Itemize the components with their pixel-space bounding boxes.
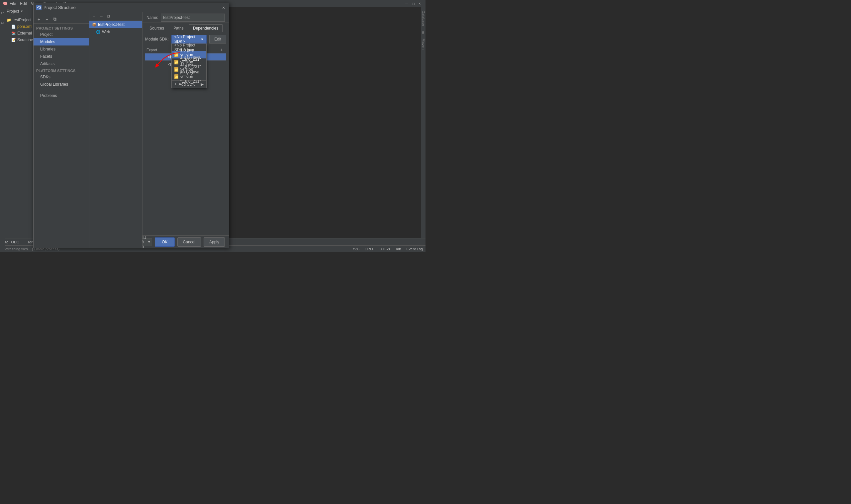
sidebar-vertical-label: 1- bbox=[1, 12, 4, 15]
tabs-row: Sources Paths Dependencies bbox=[142, 23, 229, 32]
module-icon: 📦 bbox=[92, 22, 97, 27]
nav-copy-button[interactable]: ⧉ bbox=[52, 16, 58, 22]
status-time: 7:36 bbox=[352, 247, 359, 251]
nav-artifacts[interactable]: Artifacts bbox=[34, 60, 89, 67]
deps-add-button[interactable]: + bbox=[218, 47, 225, 53]
dialog-title-bar: PS Project Structure × bbox=[34, 3, 229, 12]
library-icon: 📚 bbox=[11, 31, 16, 36]
sdk-folder-icon: 📁 bbox=[174, 52, 178, 57]
dialog-close-button[interactable]: × bbox=[221, 5, 226, 10]
dependencies-tab-content: Module SDK: <No Project SDK> ▼ <No Proje… bbox=[142, 32, 229, 235]
right-strip: Database m Maven bbox=[421, 7, 425, 238]
sdk-dropdown-menu: <No Project SDK> 📁 1.8 java version "1.8… bbox=[172, 43, 207, 88]
file-icon: 📄 bbox=[11, 24, 16, 29]
name-label: Name: bbox=[146, 15, 158, 20]
project-label: Project bbox=[7, 9, 19, 14]
tab-paths[interactable]: Paths bbox=[169, 24, 188, 32]
event-log[interactable]: Event Log bbox=[406, 247, 423, 251]
module-list-body: 📦 testProject-test 🌐 Web bbox=[89, 21, 142, 248]
nav-add-button[interactable]: + bbox=[36, 16, 42, 22]
file-menu[interactable]: File bbox=[7, 1, 18, 6]
dialog-footer: Dependencies storage format: IntelliJ ID… bbox=[142, 235, 229, 248]
sdk-label: Module SDK: bbox=[145, 37, 169, 41]
status-crlf[interactable]: CRLF bbox=[365, 247, 374, 251]
app-icon: 🧠 bbox=[3, 1, 7, 6]
scratches-icon: 📝 bbox=[11, 38, 16, 42]
sdk-option-jdk18[interactable]: 📁 jdk1.8 java version "1.8.0_231" bbox=[172, 73, 207, 80]
dialog-main: Name: Sources Paths Dependencies Module … bbox=[142, 12, 229, 248]
module-list-panel: + − ⧉ 📦 testProject-test 🌐 Web bbox=[89, 12, 142, 248]
nav-sdks[interactable]: SDKs bbox=[34, 73, 89, 81]
module-testproject-test[interactable]: 📦 testProject-test bbox=[89, 21, 142, 28]
nav-problems[interactable]: Problems bbox=[34, 92, 89, 99]
dialog-title-text: Project Structure bbox=[43, 5, 219, 10]
sdk-folder-icon-2: 📁 bbox=[174, 60, 178, 65]
ok-button[interactable]: OK bbox=[155, 237, 174, 247]
plus-icon: + bbox=[174, 82, 177, 87]
nav-global-libraries[interactable]: Global Libraries bbox=[34, 81, 89, 88]
chevron-down-icon: ▼ bbox=[200, 37, 203, 41]
right-strip-maven[interactable]: Maven bbox=[421, 37, 426, 52]
chevron-down-icon: ▼ bbox=[147, 240, 150, 244]
module-copy-button[interactable]: ⧉ bbox=[105, 13, 112, 20]
status-charset[interactable]: UTF-8 bbox=[380, 247, 390, 251]
nav-facets[interactable]: Facets bbox=[34, 53, 89, 60]
module-remove-button[interactable]: − bbox=[98, 13, 105, 20]
sdk-folder-icon-3: 📁 bbox=[174, 67, 178, 72]
tab-sources[interactable]: Sources bbox=[145, 24, 169, 32]
dialog-nav-toolbar: + − ⧉ bbox=[34, 15, 89, 23]
sidebar-vertical-label2: 2- bbox=[1, 22, 4, 25]
project-settings-header: Project Settings bbox=[34, 25, 89, 31]
edit-menu[interactable]: Edit bbox=[18, 1, 29, 6]
name-row: Name: bbox=[142, 12, 229, 23]
dialog-title-icon: PS bbox=[36, 5, 41, 10]
module-sdk-row: Module SDK: <No Project SDK> ▼ <No Proje… bbox=[145, 35, 226, 43]
dialog-body: + − ⧉ Project Settings Project Modules L… bbox=[34, 12, 229, 248]
cancel-button[interactable]: Cancel bbox=[177, 237, 201, 247]
min-btn[interactable]: ─ bbox=[403, 1, 410, 6]
close-btn-main[interactable]: × bbox=[416, 1, 423, 6]
module-add-button[interactable]: + bbox=[91, 13, 97, 20]
dialog-nav: + − ⧉ Project Settings Project Modules L… bbox=[34, 12, 89, 248]
apply-button[interactable]: Apply bbox=[203, 237, 225, 247]
storage-format-select[interactable]: IntelliJ IDEA (.iml) ▼ bbox=[142, 238, 152, 246]
module-web-item[interactable]: 🌐 Web bbox=[89, 28, 142, 36]
module-list-toolbar: + − ⧉ bbox=[89, 12, 142, 21]
name-input[interactable] bbox=[161, 14, 225, 22]
max-btn[interactable]: □ bbox=[410, 1, 416, 6]
status-tab[interactable]: Tab bbox=[395, 247, 401, 251]
platform-settings-header: Platform Settings bbox=[34, 67, 89, 73]
right-strip-database[interactable]: Database bbox=[421, 8, 426, 28]
project-structure-dialog: PS Project Structure × + − ⧉ Project Set… bbox=[33, 3, 229, 248]
nav-project[interactable]: Project bbox=[34, 31, 89, 38]
storage-format-label: Dependencies storage format: IntelliJ ID… bbox=[142, 235, 152, 248]
sdk-dropdown-container: <No Project SDK> ▼ <No Project SDK> 📁 bbox=[172, 35, 207, 43]
nav-remove-button[interactable]: − bbox=[43, 16, 50, 22]
right-strip-m[interactable]: m bbox=[421, 29, 426, 36]
edit-sdk-button[interactable]: Edit bbox=[209, 35, 226, 43]
tab-dependencies[interactable]: Dependencies bbox=[189, 24, 223, 32]
sdk-folder-icon-4: 📁 bbox=[174, 74, 178, 79]
left-sidebar: 1- 2- bbox=[0, 7, 5, 252]
web-icon: 🌐 bbox=[96, 30, 101, 34]
chevron-down-icon[interactable]: ▼ bbox=[20, 10, 23, 13]
sdk-dropdown-button[interactable]: <No Project SDK> ▼ bbox=[172, 35, 207, 43]
sdk-selected-value: <No Project SDK> bbox=[174, 35, 201, 44]
export-col-header: Export bbox=[146, 48, 166, 52]
nav-libraries[interactable]: Libraries bbox=[34, 46, 89, 53]
nav-modules[interactable]: Modules bbox=[34, 38, 89, 46]
dialog-right-section: + − ⧉ 📦 testProject-test 🌐 Web bbox=[89, 12, 229, 248]
chevron-right-icon: ▶ bbox=[201, 82, 203, 87]
folder-icon: 📁 bbox=[7, 18, 11, 22]
